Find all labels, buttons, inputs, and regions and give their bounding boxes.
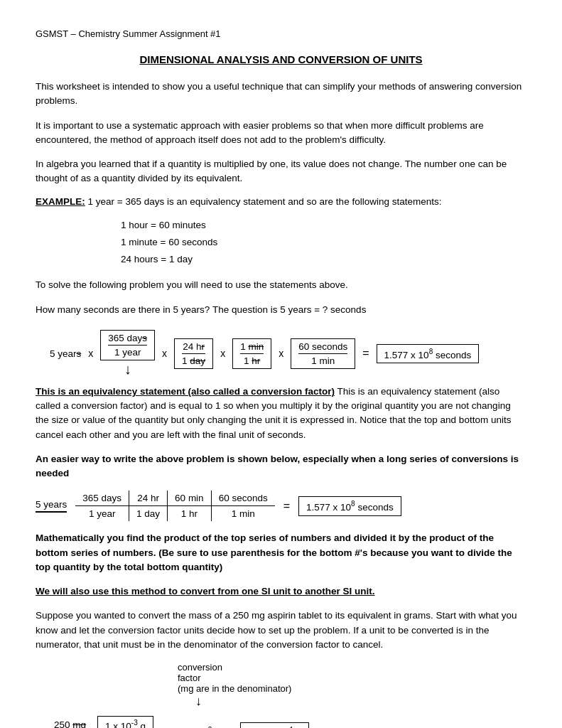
paragraph-2: It is important to use a systematic appr… — [36, 119, 526, 148]
header-line: GSMST – Chemistry Summer Assignment #1 — [36, 28, 526, 39]
c2-f4-top: 60 seconds — [211, 491, 275, 506]
list-item-3: 24 hours = 1 day — [121, 251, 526, 268]
example-text: 1 year = 365 days is an equivalency stat… — [88, 196, 442, 207]
f3-numer: 1 min — [240, 341, 264, 354]
c2-f2-bot: 1 day — [129, 506, 168, 522]
c2-f2-top: 24 hr — [129, 491, 168, 506]
math-note: Mathematically you find the product of t… — [36, 531, 526, 574]
paragraph-3: In algebra you learned that if a quantit… — [36, 157, 526, 186]
f3-denom: 1 hr — [244, 354, 260, 366]
start-value: 5 years — [50, 348, 81, 359]
paragraph-6: Suppose you wanted to convert the mass o… — [36, 609, 526, 652]
af-top: 1 x 10-3 g — [105, 719, 146, 728]
conversion-chain-2-wrapper: 5 years 365 days 24 hr 60 min 60 seconds… — [36, 491, 526, 521]
f1-denom: 1 year — [114, 346, 141, 358]
aspirin-fraction: 1 x 10-3 g 1 mg — [97, 716, 153, 728]
fraction-2: 24 hr 1 day — [174, 338, 213, 369]
example-label: EXAMPLE: — [36, 196, 85, 207]
fraction-3: 1 min 1 hr — [232, 338, 271, 369]
c2-f3-bot: 1 hr — [168, 506, 212, 522]
cf-label-line1: conversion — [178, 662, 222, 673]
equivalency-list: 1 hour = 60 minutes 1 minute = 60 second… — [121, 217, 526, 269]
c2-f3-top: 60 min — [168, 491, 212, 506]
c2-f4-bot: 1 min — [211, 506, 275, 522]
aspirin-top: 250 mg — [54, 719, 86, 728]
aspirin-result: 2.50 x 10-1 g — [240, 722, 310, 728]
f4-numer: 60 seconds — [298, 341, 347, 354]
chain2-equals: = — [283, 500, 290, 513]
list-item-1: 1 hour = 60 minutes — [121, 217, 526, 234]
paragraph-5: How many seconds are there in 5 years? T… — [36, 303, 526, 317]
times-4: x — [279, 348, 283, 359]
times-3: x — [220, 348, 225, 359]
chain2-start: 5 years — [36, 499, 67, 513]
chain2-result: 1.577 x 108 seconds — [298, 496, 401, 516]
f2-numer: 24 hr — [182, 341, 205, 354]
aspirin-start: 250 mg 1 — [50, 718, 90, 728]
paragraph-4: To solve the following problem you will … — [36, 278, 526, 292]
header-text: GSMST – Chemistry Summer Assignment #1 — [36, 28, 221, 39]
conversion-factor-diagram: conversion factor (mg are in the denomin… — [178, 662, 526, 709]
c2-f1-top: 365 days — [75, 491, 129, 506]
fraction-4: 60 seconds 1 min — [291, 338, 355, 369]
c2-f1-bot: 1 year — [75, 506, 129, 522]
conversion-chain-1: 5 years x 365 days 1 year ↓ x 24 hr 1 da… — [50, 330, 526, 378]
result-1: 1.577 x 108 seconds — [377, 344, 480, 364]
f2-denom: 1 day — [182, 354, 205, 366]
cf-label-line3: (mg are in the denominator) — [178, 683, 291, 694]
times-1: x — [88, 348, 93, 359]
equals-1: = — [362, 347, 369, 360]
si-label: We will also use this method to convert … — [36, 584, 526, 599]
main-title: DIMENSIONAL ANALYSIS AND CONVERSION OF U… — [36, 53, 526, 65]
paragraph-1: This worksheet is intended to show you a… — [36, 80, 526, 109]
example-block: EXAMPLE: 1 year = 365 days is an equival… — [36, 196, 526, 207]
list-item-2: 1 minute = 60 seconds — [121, 234, 526, 251]
f4-denom: 1 min — [311, 354, 335, 366]
easier-way-label: An easier way to write the above problem… — [36, 452, 526, 481]
f1-numer: 365 days — [108, 333, 147, 346]
conversion-note: This is an equivalency statement (also c… — [36, 385, 526, 442]
aspirin-chain: 250 mg 1 1 x 10-3 g 1 mg = 250 x 10-3 g … — [50, 716, 526, 728]
chain2-table: 365 days 24 hr 60 min 60 seconds 1 year … — [75, 491, 274, 521]
cf-arrow: ↓ — [195, 694, 202, 709]
times-2: x — [162, 348, 167, 359]
fraction-1: 365 days 1 year ↓ — [100, 330, 155, 378]
cf-label-line2: factor — [178, 673, 201, 683]
